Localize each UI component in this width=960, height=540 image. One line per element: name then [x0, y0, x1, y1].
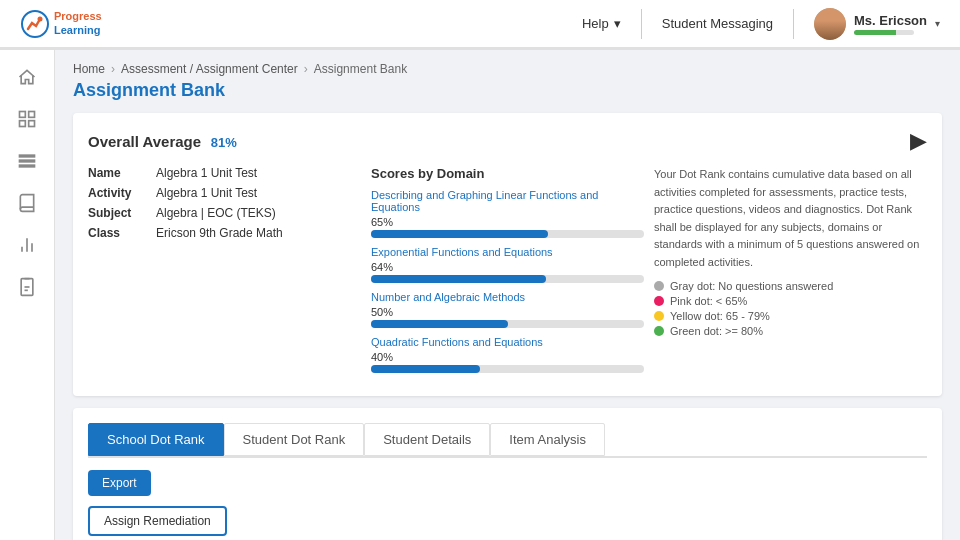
domain-name: Describing and Graphing Linear Functions…: [371, 189, 644, 213]
domain-pct: 50%: [371, 306, 644, 318]
bar-fill: [371, 275, 546, 283]
assignment-info: Name Algebra 1 Unit Test Activity Algebr…: [88, 166, 361, 381]
sidebar-icon-chart[interactable]: [15, 233, 39, 257]
logo[interactable]: Progress Learning: [20, 9, 102, 39]
assign-remediation-button[interactable]: Assign Remediation: [88, 506, 227, 536]
tab-student-dot-rank[interactable]: Student Dot Rank: [224, 423, 365, 456]
logo-line1: Progress: [54, 10, 102, 23]
dot-gray: [654, 281, 664, 291]
svg-rect-2: [20, 112, 26, 118]
sidebar-icon-grid[interactable]: [15, 107, 39, 131]
bar-track: [371, 275, 644, 283]
bar-fill: [371, 230, 548, 238]
name-value: Algebra 1 Unit Test: [156, 166, 257, 180]
dot-legend-item: Pink dot: < 65%: [654, 295, 927, 307]
progress-learning-logo-icon: [20, 9, 50, 39]
breadcrumb-sep2: ›: [304, 62, 308, 76]
messaging-label: Student Messaging: [662, 16, 773, 31]
domain-name: Exponential Functions and Equations: [371, 246, 644, 258]
nav-divider-2: [793, 9, 794, 39]
nav-divider: [641, 9, 642, 39]
tab-actions: Export: [88, 470, 927, 496]
svg-rect-4: [20, 121, 26, 127]
svg-rect-7: [20, 160, 35, 162]
bar-fill: [371, 365, 480, 373]
dot-label: Green dot: >= 80%: [670, 325, 763, 337]
overall-average-card: Overall Average 81% ▶ Name Algebra 1 Uni…: [73, 113, 942, 396]
dot-rank-info: Your Dot Rank contains cumulative data b…: [654, 166, 927, 381]
svg-point-1: [38, 16, 43, 21]
name-label: Name: [88, 166, 148, 180]
domain-row: Exponential Functions and Equations 64%: [371, 246, 644, 283]
logo-line2: Learning: [54, 24, 102, 37]
domain-row: Describing and Graphing Linear Functions…: [371, 189, 644, 238]
sidebar: [0, 50, 55, 540]
bar-track: [371, 320, 644, 328]
breadcrumb: Home › Assessment / Assignment Center › …: [73, 62, 942, 76]
dot-pink: [654, 296, 664, 306]
domain-pct: 40%: [371, 351, 644, 363]
arrow-right-icon: ▶: [910, 128, 927, 154]
breadcrumb-sep1: ›: [111, 62, 115, 76]
scores-title: Scores by Domain: [371, 166, 644, 181]
sidebar-icon-book[interactable]: [15, 191, 39, 215]
chevron-down-icon: ▾: [614, 16, 621, 31]
tabs-card: School Dot RankStudent Dot RankStudent D…: [73, 408, 942, 540]
user-name: Ms. Ericson: [854, 13, 927, 28]
dot-green: [654, 326, 664, 336]
breadcrumb-current: Assignment Bank: [314, 62, 407, 76]
class-value: Ericson 9th Grade Math: [156, 226, 283, 240]
tab-student-details[interactable]: Student Details: [364, 423, 490, 456]
tab-school-dot-rank[interactable]: School Dot Rank: [88, 423, 224, 456]
dot-legend-item: Yellow dot: 65 - 79%: [654, 310, 927, 322]
bar-track: [371, 230, 644, 238]
user-menu[interactable]: Ms. Ericson ▾: [814, 8, 940, 40]
sidebar-icon-list[interactable]: [15, 149, 39, 173]
subject-label: Subject: [88, 206, 148, 220]
subject-value: Algebra | EOC (TEKS): [156, 206, 276, 220]
help-menu[interactable]: Help ▾: [582, 16, 621, 31]
class-label: Class: [88, 226, 148, 240]
domain-row: Number and Algebraic Methods 50%: [371, 291, 644, 328]
dot-rank-legend: Gray dot: No questions answered Pink dot…: [654, 280, 927, 337]
logo-text: Progress Learning: [54, 10, 102, 36]
user-progress-bar: [854, 30, 914, 35]
dot-yellow: [654, 311, 664, 321]
breadcrumb-home[interactable]: Home: [73, 62, 105, 76]
export-button[interactable]: Export: [88, 470, 151, 496]
bar-fill: [371, 320, 508, 328]
domain-pct: 65%: [371, 216, 644, 228]
dot-legend-item: Green dot: >= 80%: [654, 325, 927, 337]
scores-by-domain: Scores by Domain Describing and Graphing…: [371, 166, 644, 381]
tabs-row: School Dot RankStudent Dot RankStudent D…: [88, 423, 927, 458]
column-headers: Demo Assessmentand Algebraic MethodsAdd …: [88, 536, 927, 540]
breadcrumb-assessment[interactable]: Assessment / Assignment Center: [121, 62, 298, 76]
dot-label: Gray dot: No questions answered: [670, 280, 833, 292]
activity-value: Algebra 1 Unit Test: [156, 186, 257, 200]
user-chevron-icon: ▾: [935, 18, 940, 29]
tab-item-analysis[interactable]: Item Analysis: [490, 423, 605, 456]
dot-label: Pink dot: < 65%: [670, 295, 747, 307]
svg-rect-5: [29, 121, 35, 127]
bar-track: [371, 365, 644, 373]
page-title: Assignment Bank: [73, 80, 942, 101]
dot-label: Yellow dot: 65 - 79%: [670, 310, 770, 322]
sidebar-icon-clipboard[interactable]: [15, 275, 39, 299]
sidebar-icon-home[interactable]: [15, 65, 39, 89]
svg-rect-8: [20, 165, 35, 167]
svg-rect-6: [20, 155, 35, 157]
top-navigation: Progress Learning Help ▾ Student Messagi…: [0, 0, 960, 50]
help-label: Help: [582, 16, 609, 31]
avatar: [814, 8, 846, 40]
student-messaging-link[interactable]: Student Messaging: [662, 16, 773, 31]
dot-rank-description: Your Dot Rank contains cumulative data b…: [654, 166, 927, 272]
dot-legend-item: Gray dot: No questions answered: [654, 280, 927, 292]
domain-row: Quadratic Functions and Equations 40%: [371, 336, 644, 373]
domain-name: Quadratic Functions and Equations: [371, 336, 644, 348]
domain-pct: 64%: [371, 261, 644, 273]
svg-rect-3: [29, 112, 35, 118]
main-content: Home › Assessment / Assignment Center › …: [55, 50, 960, 540]
overall-percent: 81%: [211, 135, 237, 150]
overall-label: Overall Average: [88, 133, 201, 150]
activity-label: Activity: [88, 186, 148, 200]
